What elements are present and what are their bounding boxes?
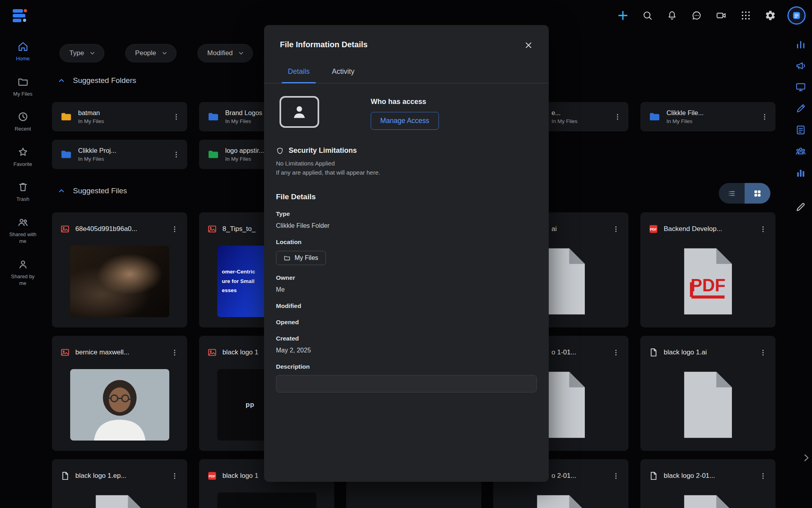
more-options-button[interactable]	[757, 110, 772, 124]
tab-activity[interactable]: Activity	[321, 61, 366, 83]
sidebar-item-favorite[interactable]: Favorite	[0, 146, 46, 168]
file-card[interactable]: black logo 1.ai	[640, 336, 776, 451]
file-card[interactable]: bernice maxwell...	[52, 336, 187, 451]
file-card[interactable]: PDFBackend Develop...PDF	[640, 212, 776, 327]
trash-icon	[17, 181, 29, 193]
more-options-button[interactable]	[167, 345, 182, 360]
search-button[interactable]	[640, 8, 655, 23]
files-section-title: Suggested Files	[73, 187, 127, 195]
folder-location: In My Files	[666, 118, 704, 124]
file-icon	[60, 471, 70, 481]
person-icon	[17, 258, 29, 270]
grid-view-button[interactable]	[745, 183, 770, 204]
rail-app-monitor-button[interactable]	[794, 80, 807, 94]
create-button[interactable]	[615, 8, 630, 23]
file-name: ai	[552, 225, 603, 233]
rail-app-team-button[interactable]	[794, 144, 807, 158]
folder-icon	[207, 148, 220, 161]
filter-type[interactable]: Type	[59, 44, 104, 62]
file-thumbnail	[511, 493, 611, 508]
more-options-button[interactable]	[169, 110, 183, 124]
field-modified: Modified	[276, 302, 537, 310]
file-card[interactable]: black logo 1.ep...	[52, 459, 187, 508]
rail-app-stats-button[interactable]	[794, 37, 807, 51]
filter-people[interactable]: People	[125, 44, 176, 62]
rail-app-chart-button[interactable]	[794, 166, 807, 179]
expand-rail-button[interactable]	[799, 451, 812, 464]
collapse-files-button[interactable]	[56, 186, 67, 196]
sidebar-item-trash[interactable]: Trash	[0, 181, 46, 203]
file-icon	[648, 347, 659, 358]
image-file-icon	[60, 224, 70, 234]
view-toggle	[719, 183, 770, 204]
svg-text:PDF: PDF	[650, 227, 657, 231]
folder-name: e...	[552, 109, 577, 117]
kebab-icon	[759, 472, 767, 480]
notifications-button[interactable]	[665, 8, 680, 23]
account-avatar[interactable]	[787, 6, 806, 25]
pdf-file-icon: PDF	[648, 224, 659, 234]
file-thumbnail	[70, 369, 169, 441]
apps-button[interactable]	[738, 8, 753, 23]
sidebar-item-my-files[interactable]: My Files	[0, 76, 46, 98]
collapse-folders-button[interactable]	[56, 75, 67, 86]
file-info-modal: File Information Details Details Activit…	[264, 25, 549, 482]
more-options-button[interactable]	[610, 110, 624, 124]
document-icon	[91, 493, 148, 508]
file-card-header: black logo 2-01...	[640, 459, 776, 493]
more-options-button[interactable]	[609, 345, 623, 360]
rail-app-pencil-button[interactable]	[794, 200, 807, 214]
close-button[interactable]	[522, 38, 535, 52]
pdf-file-icon: PDF	[207, 471, 217, 481]
more-options-button[interactable]	[169, 147, 183, 162]
file-card[interactable]: black logo 2-01...	[640, 459, 776, 508]
folder-card[interactable]: Clikkle Proj...In My Files	[52, 140, 187, 169]
folder-icon	[60, 110, 73, 123]
sidebar-item-shared-by-me[interactable]: Shared by me	[0, 258, 46, 287]
filter-modified[interactable]: Modified	[197, 44, 253, 62]
filter-label: Type	[69, 49, 84, 57]
sidebar-item-recent[interactable]: Recent	[0, 111, 46, 133]
sidebar-item-shared-with-me[interactable]: Shared with me	[0, 216, 46, 245]
more-options-button[interactable]	[167, 469, 182, 483]
thumbnail-text: esses	[222, 287, 237, 294]
security-status: No Limitations Applied	[276, 160, 537, 167]
more-options-button[interactable]	[609, 469, 623, 483]
file-thumbnail	[70, 246, 169, 317]
app-logo[interactable]	[10, 5, 30, 26]
file-card-header: 68e405d991b96a0...	[52, 212, 187, 246]
sidebar-item-label: Home	[16, 55, 30, 62]
rail-app-pen-button[interactable]	[794, 102, 807, 115]
sidebar-item-home[interactable]: Home	[0, 40, 46, 62]
file-icon	[648, 471, 659, 481]
file-name: bernice maxwell...	[75, 348, 162, 356]
rail-app-tasks-button[interactable]	[794, 123, 807, 137]
more-options-button[interactable]	[609, 222, 623, 236]
kebab-icon	[612, 348, 620, 357]
meet-button[interactable]	[714, 8, 729, 23]
kebab-icon	[612, 225, 620, 233]
kebab-icon	[759, 225, 767, 233]
more-options-button[interactable]	[756, 469, 770, 483]
file-name: black logo 2-01...	[664, 472, 751, 480]
tab-details[interactable]: Details	[277, 61, 321, 83]
more-options-button[interactable]	[167, 222, 182, 236]
file-card[interactable]: 68e405d991b96a0...	[52, 212, 187, 327]
kebab-icon	[613, 113, 622, 121]
more-options-button[interactable]	[756, 345, 770, 360]
description-input[interactable]	[276, 375, 537, 393]
folder-name: Clikkle Proj...	[78, 147, 116, 154]
folder-card[interactable]: batmanIn My Files	[52, 102, 187, 131]
sidebar-item-label: Shared with me	[8, 231, 38, 245]
list-view-button[interactable]	[719, 183, 745, 204]
location-chip[interactable]: My Files	[276, 251, 326, 265]
manage-access-button[interactable]: Manage Access	[371, 112, 439, 130]
settings-button[interactable]	[763, 8, 778, 23]
kebab-icon	[172, 113, 180, 121]
more-options-button[interactable]	[756, 222, 770, 236]
rail-app-megaphone-button[interactable]	[794, 59, 807, 72]
people-icon	[17, 216, 29, 228]
folder-card[interactable]: Clikkle File...In My Files	[640, 102, 776, 131]
chat-button[interactable]	[689, 8, 704, 23]
folders-section-header: Suggested Folders	[56, 75, 136, 86]
